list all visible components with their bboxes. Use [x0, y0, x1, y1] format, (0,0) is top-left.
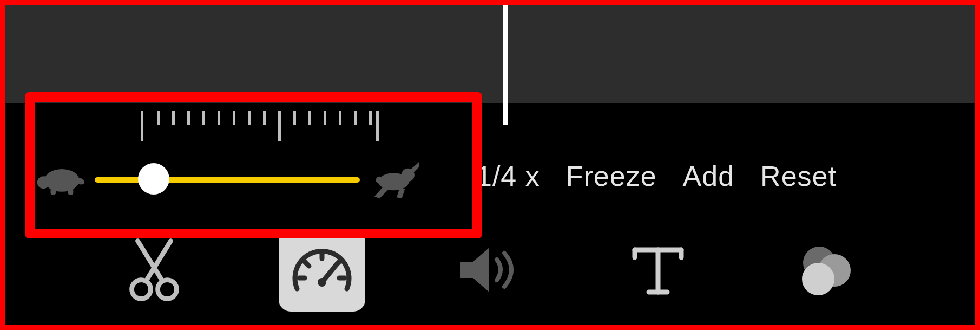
svg-point-17	[318, 278, 326, 287]
svg-point-7	[132, 280, 151, 299]
speedometer-icon	[290, 240, 354, 302]
color-filters-icon	[793, 240, 858, 302]
reset-button[interactable]: Reset	[760, 160, 837, 192]
cut-tool[interactable]	[111, 230, 198, 312]
volume-tool[interactable]	[446, 230, 533, 312]
text-icon	[628, 240, 688, 302]
freeze-button[interactable]: Freeze	[566, 160, 657, 192]
turtle-icon	[35, 159, 87, 199]
speed-slider-thumb[interactable]	[138, 163, 169, 195]
filters-tool[interactable]	[782, 230, 869, 312]
svg-rect-2	[51, 187, 56, 195]
editor-toolbar	[5, 225, 975, 317]
svg-point-8	[158, 280, 177, 299]
speed-slider[interactable]	[95, 175, 360, 183]
timeline-strip	[5, 5, 975, 103]
svg-point-0	[44, 169, 80, 192]
svg-rect-3	[68, 187, 74, 195]
svg-point-6	[376, 176, 383, 183]
speed-rate-button[interactable]: 1/4 x	[476, 160, 540, 192]
text-tool[interactable]	[615, 230, 701, 312]
svg-point-25	[802, 263, 834, 295]
svg-point-1	[37, 176, 50, 189]
speaker-icon	[455, 240, 525, 302]
rabbit-icon	[368, 159, 419, 199]
speed-slider-track	[95, 177, 360, 183]
speed-ruler	[141, 111, 379, 141]
add-button[interactable]: Add	[683, 160, 735, 192]
svg-line-13	[305, 262, 309, 266]
timeline-playhead[interactable]	[503, 5, 508, 125]
scissors-icon	[124, 237, 184, 305]
speed-text-buttons: 1/4 x Freeze Add Reset	[476, 160, 837, 192]
svg-line-14	[335, 262, 339, 266]
speed-tool[interactable]	[279, 230, 365, 312]
screenshot-frame: 1/4 x Freeze Add Reset	[0, 0, 980, 330]
